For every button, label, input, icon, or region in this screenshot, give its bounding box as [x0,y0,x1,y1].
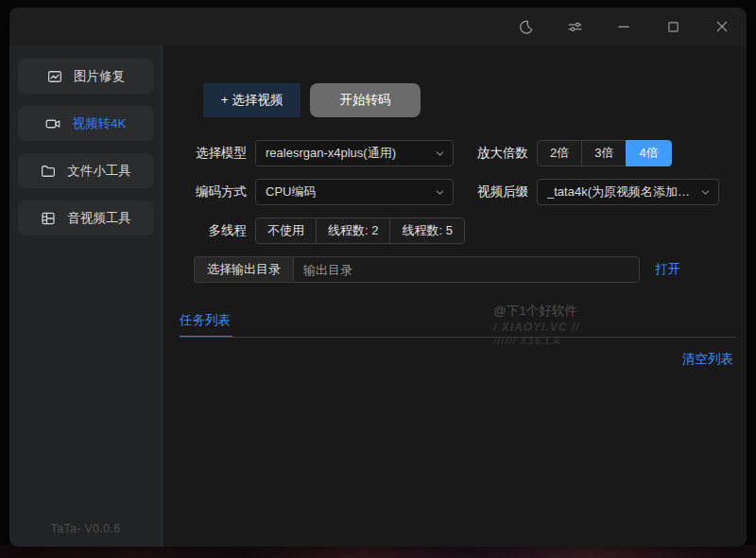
theme-moon-icon[interactable] [514,15,537,38]
clear-list-link[interactable]: 清空列表 [682,352,733,366]
suffix-label: 视频后缀 [470,183,528,201]
tabs-divider [180,337,735,338]
model-select[interactable]: realesrgan-x4plus(通用) [255,140,454,166]
video-camera-icon [44,115,61,132]
sidebar-item-label: 视频转4K [72,115,126,132]
sidebar-item-av-tools[interactable]: 音视频工具 [18,201,154,235]
thread-option-2[interactable]: 线程数: 2 [316,218,390,244]
scale-segmented-control: 2倍 3倍 4倍 [537,140,672,166]
start-transcode-button[interactable]: 开始转码 [310,83,421,117]
chevron-down-icon [434,186,446,199]
maximize-icon[interactable] [662,15,684,38]
film-icon [40,210,57,227]
folder-icon [40,163,57,180]
sidebar-item-label: 图片修复 [74,68,125,85]
scale-option-3x[interactable]: 3倍 [581,140,627,166]
tab-task-list[interactable]: 任务列表 [180,312,234,338]
sidebar-item-image-repair[interactable]: 图片修复 [18,59,154,94]
thread-segmented-control: 不使用 线程数: 2 线程数: 5 [255,218,465,244]
settings-sliders-icon[interactable] [563,15,586,38]
encode-select[interactable]: CPU编码 [255,179,454,205]
select-output-dir-button[interactable]: 选择输出目录 [194,256,293,283]
model-select-value: realesrgan-x4plus(通用) [266,145,396,162]
titlebar [9,8,747,45]
minimize-icon[interactable] [612,15,635,38]
image-icon [46,68,63,85]
scale-option-2x[interactable]: 2倍 [537,140,582,166]
thread-option-none[interactable]: 不使用 [255,218,317,244]
sidebar-item-label: 音视频工具 [67,210,131,227]
encode-select-value: CPU编码 [266,183,316,201]
thread-option-5[interactable]: 线程数: 5 [389,218,464,244]
encode-label: 编码方式 [194,183,247,201]
sidebar-item-label: 文件小工具 [67,163,131,180]
output-dir-input[interactable] [293,256,640,283]
chevron-down-icon [434,148,446,160]
desktop-background: 图片修复 视频转4K 文件小工具 [0,0,756,558]
sidebar: 图片修复 视频转4K 文件小工具 [9,45,163,547]
suffix-select-value: _tata4k(为原视频名添加_tata4k... [547,183,691,201]
suffix-select[interactable]: _tata4k(为原视频名添加_tata4k... [537,179,719,205]
desktop-wallpaper-strip [0,545,756,558]
select-video-button[interactable]: + 选择视频 [203,83,301,117]
sidebar-item-file-tools[interactable]: 文件小工具 [18,153,154,188]
close-icon[interactable] [711,15,733,38]
thread-label: 多线程 [194,222,247,239]
scale-option-4x[interactable]: 4倍 [626,140,671,166]
app-window: 图片修复 视频转4K 文件小工具 [9,8,747,547]
main-content: + 选择视频 开始转码 选择模型 realesrgan-x4plus(通用) 放… [163,45,747,547]
scale-label: 放大倍数 [470,145,528,162]
open-output-dir-link[interactable]: 打开 [655,261,680,278]
model-label: 选择模型 [194,145,247,162]
chevron-down-icon [699,186,712,199]
app-version: TaTa- V0.0.6 [9,522,162,535]
sidebar-item-video-to-4k[interactable]: 视频转4K [18,106,154,141]
task-tabs: 任务列表 [180,311,747,338]
